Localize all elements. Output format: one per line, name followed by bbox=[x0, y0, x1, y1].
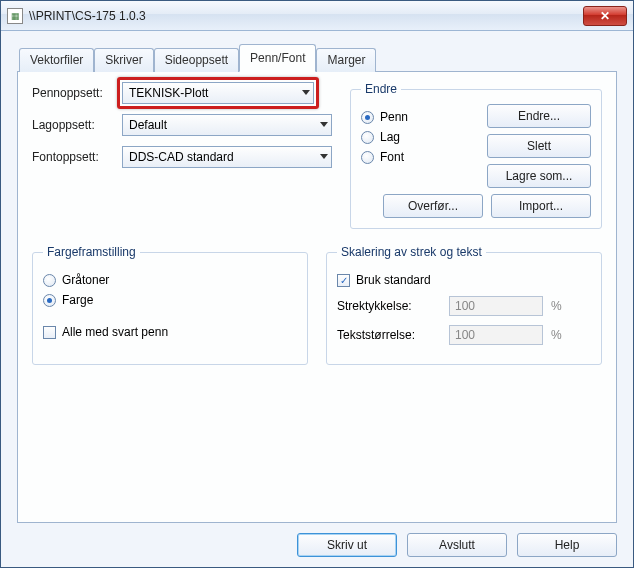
radio-font-label: Font bbox=[380, 150, 404, 164]
row-fontoppsett: Fontoppsett: DDS-CAD standard bbox=[32, 146, 332, 168]
btn-help[interactable]: Help bbox=[517, 533, 617, 557]
radio-penn[interactable] bbox=[361, 111, 374, 124]
check-row-brukstandard[interactable]: ✓ Bruk standard bbox=[337, 273, 591, 287]
checkbox-allesvart-label: Alle med svart penn bbox=[62, 325, 168, 339]
combo-lagoppsett[interactable]: Default bbox=[122, 114, 332, 136]
radio-font[interactable] bbox=[361, 151, 374, 164]
legend-skalering: Skalering av strek og tekst bbox=[337, 245, 486, 259]
label-strektykkelse: Strektykkelse: bbox=[337, 299, 441, 313]
checkbox-brukstandard[interactable]: ✓ bbox=[337, 274, 350, 287]
radio-row-font[interactable]: Font bbox=[361, 150, 473, 164]
app-icon: ▦ bbox=[7, 8, 23, 24]
radio-row-gratoner[interactable]: Gråtoner bbox=[43, 273, 297, 287]
row-tekststorrelse: Tekststørrelse: 100 % bbox=[337, 325, 591, 345]
btn-skrivut[interactable]: Skriv ut bbox=[297, 533, 397, 557]
radio-farge[interactable] bbox=[43, 294, 56, 307]
close-button[interactable]: ✕ bbox=[583, 6, 627, 26]
settings-column: Pennoppsett: TEKNISK-Plott Lagoppsett: D… bbox=[32, 82, 332, 229]
label-lagoppsett: Lagoppsett: bbox=[32, 118, 122, 132]
tab-panel-pennfont: Pennoppsett: TEKNISK-Plott Lagoppsett: D… bbox=[17, 72, 617, 523]
chevron-down-icon bbox=[302, 90, 310, 95]
check-row-allesvart[interactable]: Alle med svart penn bbox=[43, 325, 297, 339]
pct-tekststorrelse: % bbox=[551, 328, 562, 342]
label-pennoppsett: Pennoppsett: bbox=[32, 86, 122, 100]
tab-sideoppsett[interactable]: Sideoppsett bbox=[154, 48, 239, 72]
combo-fontoppsett-value: DDS-CAD standard bbox=[129, 150, 234, 164]
tab-skriver[interactable]: Skriver bbox=[94, 48, 153, 72]
endre-buttons: Endre... Slett Lagre som... bbox=[487, 104, 591, 188]
combo-lagoppsett-value: Default bbox=[129, 118, 167, 132]
endre-column: Endre Penn Lag bbox=[350, 82, 602, 229]
row-pennoppsett: Pennoppsett: TEKNISK-Plott bbox=[32, 82, 332, 104]
endre-grid: Penn Lag Font bbox=[361, 104, 591, 188]
chevron-down-icon bbox=[320, 122, 328, 127]
combo-fontoppsett[interactable]: DDS-CAD standard bbox=[122, 146, 332, 168]
label-fontoppsett: Fontoppsett: bbox=[32, 150, 122, 164]
row-lagoppsett: Lagoppsett: Default bbox=[32, 114, 332, 136]
input-tekststorrelse: 100 bbox=[449, 325, 543, 345]
value-strektykkelse: 100 bbox=[455, 299, 475, 313]
btn-slett[interactable]: Slett bbox=[487, 134, 591, 158]
btn-overfor[interactable]: Overfør... bbox=[383, 194, 483, 218]
radio-lag-label: Lag bbox=[380, 130, 400, 144]
radio-farge-label: Farge bbox=[62, 293, 93, 307]
spacer bbox=[32, 365, 602, 512]
value-tekststorrelse: 100 bbox=[455, 328, 475, 342]
endre-options: Penn Lag Font bbox=[361, 104, 473, 188]
label-tekststorrelse: Tekststørrelse: bbox=[337, 328, 441, 342]
tab-marger[interactable]: Marger bbox=[316, 48, 376, 72]
highlight-pennoppsett: TEKNISK-Plott bbox=[117, 77, 319, 109]
content-area: Vektorfiler Skriver Sideoppsett Penn/Fon… bbox=[1, 31, 633, 567]
radio-row-penn[interactable]: Penn bbox=[361, 110, 473, 124]
tab-pennfont[interactable]: Penn/Font bbox=[239, 44, 316, 72]
combo-pennoppsett-value: TEKNISK-Plott bbox=[129, 86, 208, 100]
close-icon: ✕ bbox=[600, 9, 610, 23]
endre-bottom-buttons: Overfør... Import... bbox=[361, 194, 591, 218]
radio-row-farge[interactable]: Farge bbox=[43, 293, 297, 307]
group-skalering: Skalering av strek og tekst ✓ Bruk stand… bbox=[326, 245, 602, 365]
radio-penn-label: Penn bbox=[380, 110, 408, 124]
input-strektykkelse: 100 bbox=[449, 296, 543, 316]
window-title: \\PRINT\CS-175 1.0.3 bbox=[29, 9, 583, 23]
group-fargeframstilling: Fargeframstilling Gråtoner Farge Alle me… bbox=[32, 245, 308, 365]
top-grid: Pennoppsett: TEKNISK-Plott Lagoppsett: D… bbox=[32, 82, 602, 229]
row-strektykkelse: Strektykkelse: 100 % bbox=[337, 296, 591, 316]
mid-row: Fargeframstilling Gråtoner Farge Alle me… bbox=[32, 245, 602, 365]
btn-avslutt[interactable]: Avslutt bbox=[407, 533, 507, 557]
btn-lagresom[interactable]: Lagre som... bbox=[487, 164, 591, 188]
btn-import[interactable]: Import... bbox=[491, 194, 591, 218]
btn-endre[interactable]: Endre... bbox=[487, 104, 591, 128]
radio-gratoner[interactable] bbox=[43, 274, 56, 287]
bottom-bar: Skriv ut Avslutt Help bbox=[17, 523, 617, 557]
titlebar: ▦ \\PRINT\CS-175 1.0.3 ✕ bbox=[1, 1, 633, 31]
checkbox-allesvart[interactable] bbox=[43, 326, 56, 339]
legend-farge: Fargeframstilling bbox=[43, 245, 140, 259]
radio-row-lag[interactable]: Lag bbox=[361, 130, 473, 144]
checkbox-brukstandard-label: Bruk standard bbox=[356, 273, 431, 287]
legend-endre: Endre bbox=[361, 82, 401, 96]
tab-bar: Vektorfiler Skriver Sideoppsett Penn/Fon… bbox=[17, 43, 617, 72]
tab-vektorfiler[interactable]: Vektorfiler bbox=[19, 48, 94, 72]
radio-lag[interactable] bbox=[361, 131, 374, 144]
group-endre: Endre Penn Lag bbox=[350, 82, 602, 229]
combo-pennoppsett[interactable]: TEKNISK-Plott bbox=[122, 82, 314, 104]
pct-strektykkelse: % bbox=[551, 299, 562, 313]
radio-gratoner-label: Gråtoner bbox=[62, 273, 109, 287]
chevron-down-icon bbox=[320, 154, 328, 159]
dialog-window: ▦ \\PRINT\CS-175 1.0.3 ✕ Vektorfiler Skr… bbox=[0, 0, 634, 568]
